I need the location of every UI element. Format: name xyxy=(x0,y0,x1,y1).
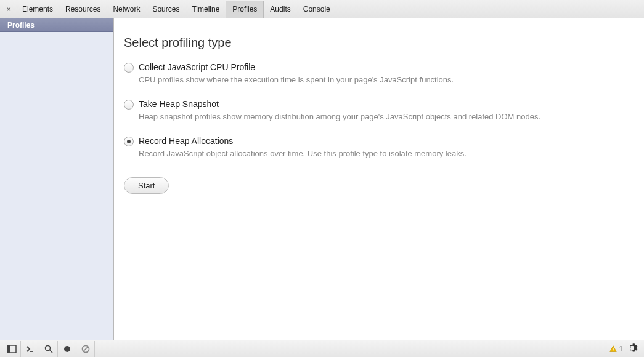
devtools-tabs: × Elements Resources Network Sources Tim… xyxy=(0,0,644,18)
clear-icon[interactable] xyxy=(76,341,95,357)
warning-icon xyxy=(609,345,618,353)
tab-console[interactable]: Console xyxy=(297,1,336,18)
settings-icon[interactable] xyxy=(628,342,639,356)
sidebar: Profiles xyxy=(0,18,114,340)
option-desc: CPU profiles show where the execution ti… xyxy=(139,74,638,86)
svg-line-4 xyxy=(49,350,52,353)
tab-label: Sources xyxy=(152,5,179,14)
svg-rect-1 xyxy=(7,345,10,353)
tab-label: Profiles xyxy=(232,5,257,14)
warning-indicator[interactable]: 1 xyxy=(609,345,623,353)
warning-count: 1 xyxy=(619,345,623,353)
tab-label: Resources xyxy=(65,5,100,14)
svg-rect-8 xyxy=(613,348,614,350)
status-bar: 1 xyxy=(0,340,644,357)
tab-label: Timeline xyxy=(192,5,219,14)
radio-icon[interactable] xyxy=(124,137,134,146)
tab-profiles[interactable]: Profiles xyxy=(226,1,264,18)
svg-point-3 xyxy=(45,345,50,350)
option-desc: Record JavaScript object allocations ove… xyxy=(139,148,638,159)
svg-rect-9 xyxy=(613,350,614,351)
console-toggle-icon[interactable] xyxy=(21,341,39,357)
record-icon[interactable] xyxy=(58,341,76,357)
tab-sources[interactable]: Sources xyxy=(146,1,185,18)
dock-icon[interactable] xyxy=(2,341,21,357)
main-panel: Select profiling type Collect JavaScript… xyxy=(114,18,644,340)
option-title: Take Heap Snapshot xyxy=(139,99,638,109)
profile-option-heap-allocations[interactable]: Record Heap Allocations Record JavaScrip… xyxy=(124,136,638,159)
tab-label: Network xyxy=(113,5,140,14)
start-button[interactable]: Start xyxy=(124,177,169,194)
option-title: Collect JavaScript CPU Profile xyxy=(139,62,638,72)
profile-option-heap-snapshot[interactable]: Take Heap Snapshot Heap snapshot profile… xyxy=(124,99,638,122)
profile-option-cpu[interactable]: Collect JavaScript CPU Profile CPU profi… xyxy=(124,62,638,86)
sidebar-header: Profiles xyxy=(0,18,113,32)
option-title: Record Heap Allocations xyxy=(139,136,638,146)
radio-icon[interactable] xyxy=(124,63,134,73)
tab-timeline[interactable]: Timeline xyxy=(185,1,226,18)
tab-label: Audits xyxy=(270,5,290,14)
search-icon[interactable] xyxy=(39,341,58,357)
page-title: Select profiling type xyxy=(124,36,638,50)
svg-point-5 xyxy=(64,346,70,352)
tab-audits[interactable]: Audits xyxy=(264,1,296,18)
radio-icon[interactable] xyxy=(124,100,134,110)
tab-label: Elements xyxy=(22,5,53,14)
tab-label: Console xyxy=(303,5,330,14)
svg-line-7 xyxy=(83,347,88,351)
tab-elements[interactable]: Elements xyxy=(16,1,59,18)
option-desc: Heap snapshot profiles show memory distr… xyxy=(139,111,638,122)
tab-resources[interactable]: Resources xyxy=(59,1,107,18)
tab-network[interactable]: Network xyxy=(107,1,146,18)
sidebar-title: Profiles xyxy=(7,21,35,30)
close-icon[interactable]: × xyxy=(4,4,14,14)
